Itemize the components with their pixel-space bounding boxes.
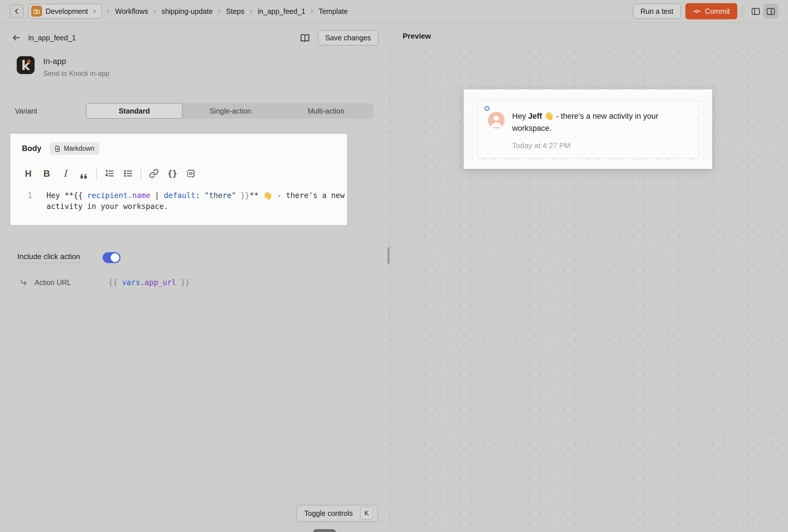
corner-down-right-icon — [20, 278, 28, 287]
breadcrumb-workflows[interactable]: Workflows — [115, 7, 148, 16]
bullet-list-button[interactable] — [119, 167, 137, 180]
variant-section: Variant Standard Single-action Multi-act… — [0, 90, 389, 132]
recipient-name: Jeff — [528, 112, 542, 120]
code-block-button[interactable] — [182, 167, 200, 180]
bullet-list-icon — [123, 169, 133, 178]
link-button[interactable] — [145, 167, 163, 180]
include-click-action-label: Include click action — [17, 252, 80, 263]
git-commit-icon — [693, 7, 701, 15]
editor-header: in_app_feed_1 Save changes — [0, 23, 389, 46]
code-token: "there" — [204, 191, 236, 200]
left-panel-toggle-button[interactable] — [748, 4, 763, 19]
docs-button[interactable] — [299, 32, 310, 43]
breadcrumb-step-name[interactable]: in_app_feed_1 — [258, 7, 305, 16]
heading-button[interactable]: H — [19, 167, 38, 180]
markdown-file-icon — [54, 145, 61, 152]
knock-logo: k — [17, 56, 35, 74]
preview-canvas: Hey Jeff 👋 - there's a new activity in y… — [390, 50, 788, 532]
breadcrumb-workflow-name[interactable]: shipping-update — [161, 7, 213, 16]
body-editor-header: Body Markdown — [11, 142, 347, 155]
code-token: default — [164, 191, 195, 200]
editor-toolbar: H B I — [11, 167, 347, 180]
footer-divider — [0, 522, 389, 523]
commit-button[interactable]: Commit — [685, 3, 737, 19]
preview-header: Preview — [390, 23, 788, 50]
commit-label: Commit — [705, 7, 730, 16]
keyboard-shortcut-badge: K — [360, 507, 373, 519]
breadcrumb-separator-icon — [309, 8, 315, 14]
code-token: recipient. — [87, 191, 132, 200]
url-token: }} — [176, 278, 190, 287]
preview-panel: Preview Hey Jeff 👋 - there's a new activ… — [390, 23, 788, 532]
toggle-controls-button[interactable]: Toggle controls K — [296, 505, 378, 521]
toolbar-divider — [141, 168, 141, 179]
right-panel-toggle-button[interactable] — [763, 4, 778, 19]
quote-icon — [79, 171, 88, 181]
url-token: {{ — [109, 278, 122, 287]
blockquote-button[interactable] — [74, 167, 93, 180]
tooltip-peek — [313, 529, 336, 532]
notification-message: Hey Jeff 👋 - there's a new activity in y… — [512, 110, 685, 134]
ordered-list-icon — [105, 169, 114, 178]
environment-switcher[interactable]: Development — [28, 4, 102, 19]
variable-button[interactable]: {} — [163, 167, 182, 180]
preview-title: Preview — [403, 32, 431, 41]
ordered-list-button[interactable] — [100, 167, 119, 180]
breadcrumb-template[interactable]: Template — [318, 7, 348, 16]
variant-option-multi-action[interactable]: Multi-action — [278, 103, 374, 119]
run-a-test-button[interactable]: Run a test — [633, 3, 681, 19]
arrow-left-back-icon[interactable] — [12, 33, 21, 42]
topbar-divider — [743, 5, 743, 18]
url-token: app_url — [145, 278, 176, 287]
breadcrumb-separator-icon — [248, 8, 254, 14]
channel-info: k In-app Send to Knock in-app — [0, 46, 389, 78]
italic-button[interactable]: I — [56, 167, 74, 180]
variant-option-standard[interactable]: Standard — [86, 103, 183, 119]
line-number: 1 — [11, 190, 32, 212]
save-changes-button[interactable]: Save changes — [318, 30, 378, 45]
code-editor[interactable]: 1 Hey **{{ recipient.name | default: "th… — [11, 190, 347, 212]
code-token: | — [150, 191, 164, 200]
code-token: Hey **{{ — [46, 191, 87, 200]
book-icon — [299, 32, 310, 43]
body-label: Body — [22, 144, 41, 153]
folder-icon — [33, 8, 40, 15]
notification-timestamp: Today at 4:27 PM — [512, 141, 570, 150]
code-block-icon — [186, 169, 196, 178]
code-token: ** — [250, 191, 263, 200]
channel-subtitle: Send to Knock in-app — [43, 70, 110, 78]
action-url-label: Action URL — [35, 278, 71, 287]
code-line[interactable]: Hey **{{ recipient.name | default: "ther… — [46, 190, 347, 212]
code-token: : — [195, 191, 204, 200]
action-url-value[interactable]: {{ vars.app_url }} — [109, 278, 190, 287]
back-button[interactable] — [10, 4, 24, 18]
wave-emoji: 👋 — [544, 112, 554, 120]
format-badge-label: Markdown — [64, 145, 95, 153]
bold-button[interactable]: B — [38, 167, 56, 180]
feed-preview-container: Hey Jeff 👋 - there's a new activity in y… — [464, 89, 712, 169]
breadcrumb-steps[interactable]: Steps — [226, 7, 244, 16]
breadcrumb-separator-icon — [105, 8, 112, 14]
code-token: name — [132, 191, 151, 200]
chevron-left-icon — [13, 7, 20, 15]
click-action-section: Include click action Action URL {{ vars.… — [0, 242, 389, 287]
panel-right-icon — [766, 6, 775, 16]
wave-emoji: 👋 — [263, 191, 272, 200]
panel-resize-handle[interactable] — [387, 247, 390, 264]
channel-name: In-app — [43, 57, 110, 66]
environment-folder-tile — [31, 6, 42, 17]
step-title: in_app_feed_1 — [28, 34, 76, 42]
link-icon — [149, 169, 159, 178]
knock-logo-dot — [27, 60, 31, 63]
unread-indicator — [485, 106, 489, 111]
variant-label: Variant — [15, 107, 86, 115]
toolbar-divider — [96, 168, 97, 179]
include-click-action-toggle[interactable] — [103, 252, 120, 263]
top-bar: Development Workflows shipping-update St… — [0, 0, 788, 23]
notification-card: Hey Jeff 👋 - there's a new activity in y… — [478, 101, 698, 158]
breadcrumb-separator-icon — [216, 8, 222, 14]
url-token: vars. — [122, 278, 144, 287]
format-badge: Markdown — [50, 142, 99, 155]
message-prefix: Hey — [512, 112, 528, 120]
variant-option-single-action[interactable]: Single-action — [183, 103, 278, 119]
